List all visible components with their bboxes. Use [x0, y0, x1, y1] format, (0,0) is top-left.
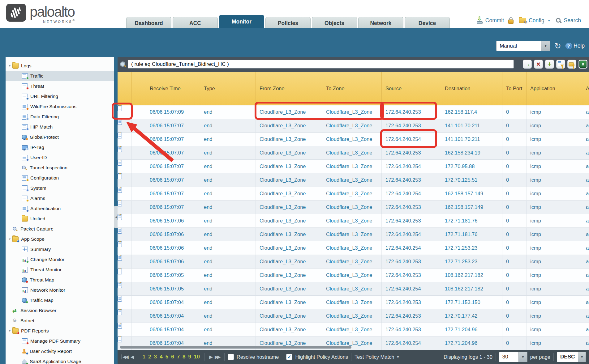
cell-to-zone[interactable]: Cloudflare_L3_Zone — [322, 173, 382, 187]
cell-destination[interactable]: 162.158.234.19 — [441, 146, 502, 160]
cell-to-port[interactable]: 0 — [502, 105, 527, 119]
cell-source[interactable]: 172.64.240.254 — [382, 228, 441, 241]
log-row[interactable]: 06/06 15:07:04endCloudflare_L3_ZoneCloud… — [118, 296, 589, 309]
cell-action[interactable]: a — [582, 255, 589, 269]
sidebar-item-url-filtering[interactable]: URL Filtering — [6, 91, 114, 101]
tab-network[interactable]: Network — [358, 17, 403, 29]
cell-destination[interactable]: 162.158.117.4 — [441, 105, 502, 119]
sidebar-item-system[interactable]: System — [6, 183, 114, 193]
column-header-destination[interactable]: Destination — [441, 72, 502, 105]
column-header-receive-time[interactable]: Receive Time — [146, 72, 200, 105]
cell-to-port[interactable]: 0 — [502, 146, 527, 160]
cell-from-zone[interactable]: Cloudflare_L3_Zone — [256, 119, 322, 133]
cell-to-port[interactable]: 0 — [502, 323, 527, 336]
cell-action[interactable]: a — [582, 146, 589, 160]
column-header-from-zone[interactable]: From Zone — [256, 72, 322, 105]
cell-destination[interactable]: 172.70.125.51 — [441, 173, 502, 187]
cell-source[interactable]: 172.64.240.254 — [382, 160, 441, 173]
last-page-button[interactable]: ▶▶ — [215, 354, 220, 359]
cell-source[interactable]: 172.64.240.253 — [382, 119, 441, 133]
sidebar-item-pdf-reports[interactable]: ▼PDF Reports — [6, 326, 114, 336]
tab-dashboard[interactable]: Dashboard — [126, 17, 171, 29]
cell-destination[interactable]: 172.71.253.23 — [441, 255, 502, 269]
cell-from-zone[interactable]: Cloudflare_L3_Zone — [256, 160, 322, 173]
cell-to-zone[interactable]: Cloudflare_L3_Zone — [322, 241, 382, 255]
cell-source[interactable]: 172.64.240.253 — [382, 309, 441, 323]
page-number-2[interactable]: 2 — [148, 354, 151, 360]
cell-from-zone[interactable]: Cloudflare_L3_Zone — [256, 146, 322, 160]
cell-to-port[interactable]: 0 — [502, 119, 527, 133]
log-row[interactable]: 06/06 15:07:06endCloudflare_L3_ZoneCloud… — [118, 255, 589, 269]
cell-to-port[interactable]: 0 — [502, 255, 527, 269]
cell-type[interactable]: end — [200, 269, 256, 282]
cell-destination[interactable]: 172.71.204.96 — [441, 323, 502, 336]
cell-source[interactable]: 172.64.240.253 — [382, 214, 441, 228]
cell-source[interactable]: 172.64.240.254 — [382, 133, 441, 146]
next-page-button[interactable]: ▶ — [209, 354, 212, 359]
cell-type[interactable]: end — [200, 241, 256, 255]
sidebar-item-configuration[interactable]: Configuration — [6, 173, 114, 183]
cell-to-zone[interactable]: Cloudflare_L3_Zone — [322, 160, 382, 173]
sidebar-item-user-id[interactable]: User-ID — [6, 152, 114, 163]
cell-application[interactable]: icmp — [527, 133, 582, 146]
log-row[interactable]: 06/06 15:07:05endCloudflare_L3_ZoneCloud… — [118, 282, 589, 296]
cell-action[interactable]: a — [582, 133, 589, 146]
cell-destination[interactable]: 108.162.217.182 — [441, 282, 502, 296]
cell-source[interactable]: 172.64.240.254 — [382, 282, 441, 296]
cell-destination[interactable]: 141.101.70.211 — [441, 133, 502, 146]
cell-to-port[interactable]: 0 — [502, 201, 527, 214]
cell-receive-time[interactable]: 06/06 15:07:04 — [146, 323, 200, 336]
sidebar-item-threat-monitor[interactable]: Threat Monitor — [6, 265, 114, 275]
cell-receive-time[interactable]: 06/06 15:07:07 — [146, 146, 200, 160]
page-number-5[interactable]: 5 — [166, 354, 168, 360]
column-header-type[interactable]: Type — [200, 72, 256, 105]
tab-acc[interactable]: ACC — [173, 17, 218, 29]
cell-type[interactable]: end — [200, 187, 256, 201]
cell-destination[interactable]: 172.71.181.76 — [441, 214, 502, 228]
cell-source[interactable]: 172.64.240.254 — [382, 241, 441, 255]
cell-to-port[interactable]: 0 — [502, 282, 527, 296]
chevron-down-icon[interactable]: ▼ — [578, 352, 586, 362]
cell-from-zone[interactable]: Cloudflare_L3_Zone — [256, 105, 322, 119]
cell-from-zone[interactable]: Cloudflare_L3_Zone — [256, 173, 322, 187]
cell-application[interactable]: icmp — [527, 201, 582, 214]
cell-type[interactable]: end — [200, 282, 256, 296]
cell-receive-time[interactable]: 06/06 15:07:04 — [146, 296, 200, 309]
cell-destination[interactable]: 172.70.177.42 — [441, 309, 502, 323]
cell-destination[interactable]: 172.71.181.76 — [441, 228, 502, 241]
cell-action[interactable]: a — [582, 309, 589, 323]
log-row[interactable]: 06/06 15:07:07endCloudflare_L3_ZoneCloud… — [118, 119, 589, 133]
sidebar-item-summary[interactable]: Summary — [6, 244, 114, 254]
log-row[interactable]: 06/06 15:07:07endCloudflare_L3_ZoneCloud… — [118, 146, 589, 160]
cell-receive-time[interactable]: 06/06 15:07:04 — [146, 309, 200, 323]
cell-destination[interactable]: 108.162.217.182 — [441, 269, 502, 282]
cell-action[interactable]: a — [582, 241, 589, 255]
log-filter-input[interactable] — [128, 60, 514, 69]
log-row[interactable]: 06/06 15:07:07endCloudflare_L3_ZoneCloud… — [118, 160, 589, 173]
cell-action[interactable]: a — [582, 201, 589, 214]
highlight-policy-actions-checkbox[interactable]: ✓ — [286, 354, 292, 360]
page-number-10[interactable]: 10 — [194, 354, 200, 360]
cell-action[interactable]: a — [582, 336, 589, 350]
cell-source[interactable]: 172.64.240.253 — [382, 269, 441, 282]
cell-type[interactable]: end — [200, 228, 256, 241]
cell-destination[interactable]: 172.71.153.150 — [441, 296, 502, 309]
cell-to-port[interactable]: 0 — [502, 173, 527, 187]
cell-to-zone[interactable]: Cloudflare_L3_Zone — [322, 255, 382, 269]
chevron-down-icon[interactable]: ▼ — [541, 41, 550, 51]
cell-to-zone[interactable]: Cloudflare_L3_Zone — [322, 282, 382, 296]
cell-receive-time[interactable]: 06/06 15:07:06 — [146, 241, 200, 255]
sidebar-item-threat-map[interactable]: Threat Map — [6, 275, 114, 285]
cell-to-port[interactable]: 0 — [502, 228, 527, 241]
cell-to-port[interactable]: 0 — [502, 336, 527, 350]
cell-application[interactable]: icmp — [527, 105, 582, 119]
cell-source[interactable]: 172.64.240.253 — [382, 146, 441, 160]
commit-button[interactable]: Commit — [485, 17, 504, 24]
cell-destination[interactable]: 172.71.204.96 — [441, 336, 502, 350]
cell-source[interactable]: 172.64.240.254 — [382, 187, 441, 201]
refresh-icon[interactable]: ↻ — [554, 42, 561, 50]
cell-type[interactable]: end — [200, 173, 256, 187]
cell-to-zone[interactable]: Cloudflare_L3_Zone — [322, 146, 382, 160]
sidebar-item-hip-match[interactable]: HIP Match — [6, 122, 114, 132]
cell-type[interactable]: end — [200, 105, 256, 119]
